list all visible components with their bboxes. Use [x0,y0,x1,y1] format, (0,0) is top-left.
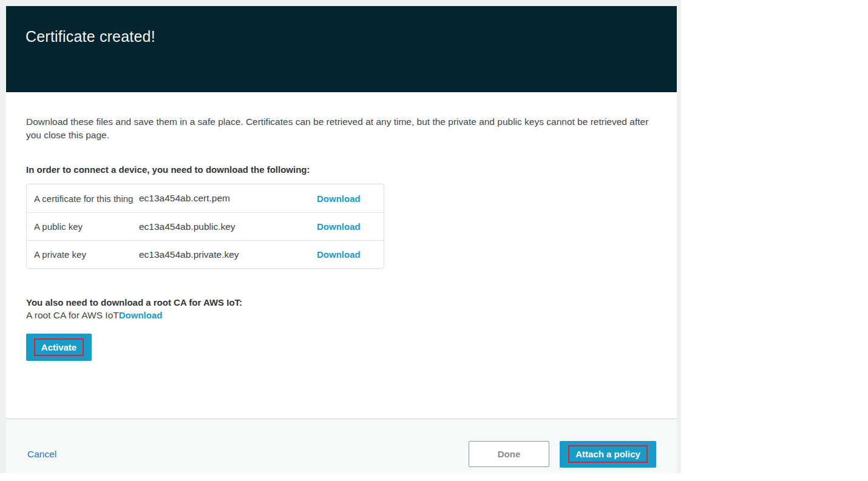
browser-viewport: Certificate created! Download these file… [0,0,868,481]
red-annotation-box: Activate [34,338,84,356]
download-item-filename: ec13a454ab.private.key [139,249,317,260]
download-item-filename: ec13a454ab.cert.pem [139,193,317,204]
root-ca-heading: You also need to download a root CA for … [26,297,656,308]
download-item-filename: ec13a454ab.public.key [139,221,317,232]
dialog-body: Download these files and save them in a … [6,92,677,361]
table-row-private-key: A private key ec13a454ab.private.key Dow… [27,240,384,268]
activate-button[interactable]: Activate [26,334,92,361]
download-item-label: A public key [34,220,139,233]
attach-policy-button[interactable]: Attach a policy [560,441,656,468]
done-button[interactable]: Done [469,441,549,467]
dialog-header: Certificate created! [6,6,677,92]
red-annotation-box: Attach a policy [568,445,648,463]
table-row-certificate: A certificate for this thing ec13a454ab.… [27,184,384,212]
root-ca-label: A root CA for AWS IoT [26,310,119,320]
download-item-label: A certificate for this thing [34,192,139,205]
connect-device-heading: In order to connect a device, you need t… [26,164,656,175]
download-item-label: A private key [34,248,139,261]
dialog-footer: Cancel Done Attach a policy [6,419,677,473]
table-row-public-key: A public key ec13a454ab.public.key Downl… [27,212,384,240]
intro-text: Download these files and save them in a … [26,115,656,142]
download-root-ca-link[interactable]: Download [119,310,163,320]
certificate-created-dialog: Certificate created! Download these file… [6,6,677,473]
download-public-key-link[interactable]: Download [317,221,361,232]
download-private-key-link[interactable]: Download [317,249,361,260]
root-ca-line: A root CA for AWS IoTDownload [26,310,656,321]
download-certificate-link[interactable]: Download [317,193,361,204]
dialog-title: Certificate created! [25,28,677,45]
cancel-link[interactable]: Cancel [27,449,56,460]
downloads-table: A certificate for this thing ec13a454ab.… [26,184,384,269]
attach-policy-button-label: Attach a policy [575,449,640,459]
activate-button-label: Activate [41,342,76,352]
